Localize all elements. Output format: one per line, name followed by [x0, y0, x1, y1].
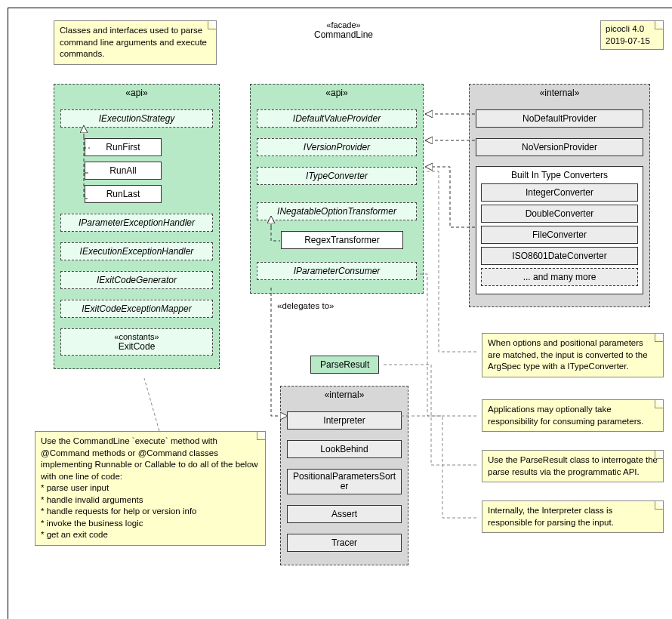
- regextransformer: RegexTransformer: [281, 231, 403, 249]
- note-paramconsumer-text: Applications may optionally take respons…: [488, 405, 643, 426]
- note-typeconv-text: When options and positional parameters a…: [488, 338, 648, 371]
- note-interpreter-text: Internally, the Interpreter class is res…: [488, 506, 614, 527]
- note-intro-text: Classes and interfaces used to parse com…: [60, 26, 207, 58]
- possorter-text: PositionalParametersSorter: [291, 472, 398, 491]
- parseresult: ParseResult: [310, 356, 379, 374]
- constants-stereo: «constants»: [69, 332, 205, 341]
- iexitcodegenerator: IExitCodeGenerator: [60, 271, 213, 289]
- note-execute: Use the CommandLine `execute` method wit…: [35, 431, 266, 546]
- lookbehind: LookBehind: [287, 440, 402, 458]
- package-internal-right: «internal» NoDefaultProvider NoVersionPr…: [469, 84, 650, 307]
- inegatableoptiontransformer: INegatableOptionTransformer: [257, 202, 417, 220]
- note-parseresult: Use the ParseResult class to interrogate…: [482, 450, 664, 482]
- exitcode-label: ExitCode: [119, 341, 156, 352]
- note-parseresult-text: Use the ParseResult class to interrogate…: [488, 455, 658, 476]
- iparameterconsumer: IParameterConsumer: [257, 262, 417, 280]
- diagram-canvas: «facade» CommandLine Classes and interfa…: [8, 8, 672, 619]
- builtin-title: Built In Type Converters: [481, 170, 638, 180]
- api-mid-label: «api»: [251, 88, 423, 98]
- note-paramconsumer: Applications may optionally take respons…: [482, 399, 664, 432]
- nodefaultprovider: NoDefaultProvider: [476, 109, 643, 128]
- iversionprovider: IVersionProvider: [257, 138, 417, 156]
- iexitcodeexceptionmapper: IExitCodeExceptionMapper: [60, 300, 213, 318]
- builtin-converters-group: Built In Type Converters IntegerConverte…: [476, 166, 643, 294]
- iso8601dateconverter: ISO8601DateConverter: [481, 247, 638, 265]
- commandline-title: CommandLine: [314, 29, 373, 40]
- delegates-label: «delegates to»: [277, 301, 334, 310]
- iexecutionstrategy: IExecutionStrategy: [60, 109, 213, 128]
- itypeconverter: ITypeConverter: [257, 167, 417, 185]
- api-left-label: «api»: [54, 88, 219, 98]
- doubleconverter: DoubleConverter: [481, 205, 638, 223]
- package-api-left: «api» IExecutionStrategy RunFirst RunAll…: [54, 84, 220, 369]
- fileconverter: FileConverter: [481, 226, 638, 244]
- iexecutionexceptionhandler: IExecutionExceptionHandler: [60, 242, 213, 260]
- note-execute-text: Use the CommandLine `execute` method wit…: [41, 436, 258, 539]
- note-typeconv: When options and positional parameters a…: [482, 333, 664, 377]
- exitcode: «constants» ExitCode: [60, 328, 213, 356]
- note-intro: Classes and interfaces used to parse com…: [54, 20, 217, 65]
- date-text: 2019-07-15: [606, 35, 658, 48]
- runlast: RunLast: [85, 185, 162, 203]
- package-api-middle: «api» IDefaultValueProvider IVersionProv…: [250, 84, 424, 294]
- many-more: ... and many more: [481, 268, 638, 286]
- iparameterexceptionhandler: IParameterExceptionHandler: [60, 214, 213, 232]
- idefaultvalueprovider: IDefaultValueProvider: [257, 109, 417, 128]
- integerconverter: IntegerConverter: [481, 183, 638, 202]
- note-version: picocli 4.0 2019-07-15: [600, 20, 664, 50]
- assert: Assert: [287, 505, 402, 523]
- internal-bottom-label: «internal»: [281, 390, 408, 400]
- positionalparameterssorter: PositionalParametersSorter: [287, 469, 402, 494]
- internal-right-label: «internal»: [470, 88, 649, 98]
- noversionprovider: NoVersionProvider: [476, 138, 643, 156]
- tracer: Tracer: [287, 534, 402, 552]
- runfirst: RunFirst: [85, 138, 162, 156]
- version-text: picocli 4.0: [606, 23, 658, 35]
- interpreter: Interpreter: [287, 411, 402, 430]
- runall: RunAll: [85, 162, 162, 180]
- package-internal-bottom: «internal» Interpreter LookBehind Positi…: [280, 386, 408, 565]
- note-interpreter: Internally, the Interpreter class is res…: [482, 500, 664, 533]
